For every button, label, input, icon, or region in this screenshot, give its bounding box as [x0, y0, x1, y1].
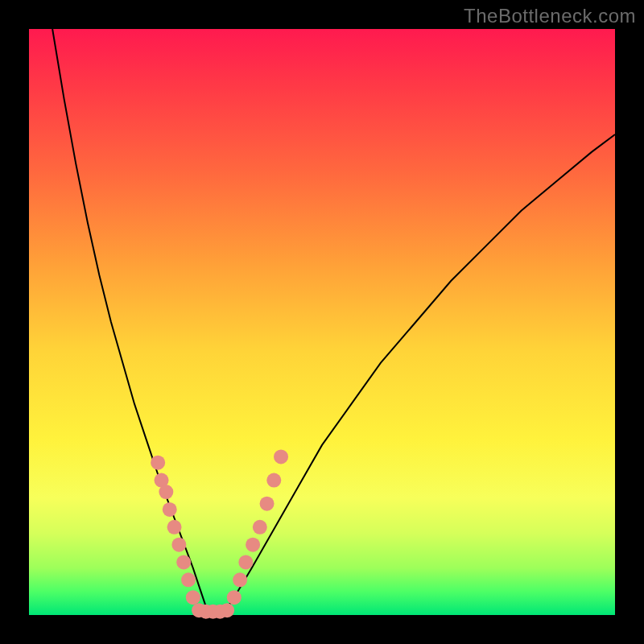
curve-left-curve [52, 29, 211, 615]
dot-left-dots [176, 555, 191, 569]
curve-right-curve [222, 134, 615, 615]
dot-right-dots [253, 520, 267, 535]
dot-right-dots [238, 555, 253, 569]
chart-frame: TheBottleneck.com [0, 0, 644, 644]
dot-right-dots [274, 449, 288, 464]
dot-right-dots [260, 497, 275, 511]
plot-area [29, 29, 615, 615]
dot-left-dots [167, 520, 182, 535]
dot-right-dots [227, 590, 242, 605]
dot-left-dots [171, 538, 186, 552]
chart-svg [29, 29, 615, 615]
dot-right-dots [233, 572, 247, 587]
dot-left-dots [181, 572, 196, 587]
dot-left-dots [151, 456, 165, 470]
dot-right-dots [266, 473, 281, 488]
dots-layer [151, 449, 288, 618]
dot-left-dots [159, 485, 173, 499]
dot-right-dots [246, 538, 260, 552]
dot-bottom-dots [220, 603, 234, 617]
watermark-text: TheBottleneck.com [464, 5, 636, 27]
dot-left-dots [163, 502, 177, 517]
dot-left-dots [186, 590, 200, 605]
curve-layer [52, 29, 615, 615]
